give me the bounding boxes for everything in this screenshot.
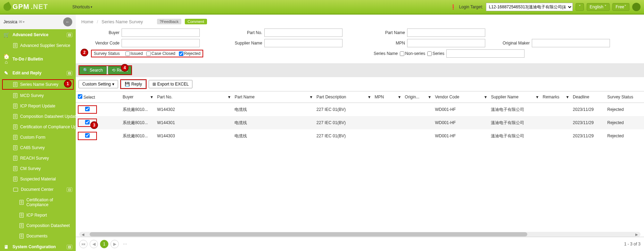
document-icon bbox=[19, 200, 24, 205]
pager-next-button[interactable]: ▶ bbox=[110, 240, 119, 248]
cell-mpn bbox=[373, 116, 403, 129]
export-excel-button[interactable]: ⊞Export to EXCEL bbox=[149, 80, 193, 88]
sidebar-item-ca65[interactable]: CA65 Survey bbox=[0, 143, 76, 153]
partname-input[interactable] bbox=[407, 29, 485, 37]
comment-button[interactable]: Comment bbox=[185, 19, 207, 24]
filter-icon[interactable]: ▼ bbox=[150, 95, 154, 99]
cell-partdesc: 227 IEC 01(BV) bbox=[314, 116, 372, 129]
select-all-checkbox[interactable] bbox=[78, 94, 82, 99]
col-origin[interactable]: Origin...▼ bbox=[403, 91, 433, 103]
sidebar-section-system[interactable]: 🖥 System Configuration ⊟ bbox=[0, 241, 76, 251]
table-row[interactable]: 系统廠8010...W144302电缆线227 IEC 01(BV)WD001-… bbox=[76, 103, 644, 116]
col-remarks[interactable]: Remarks▼ bbox=[540, 91, 571, 103]
table-row[interactable]: 系统廠8010...W144301电缆线227 IEC 01(BV)WD001-… bbox=[76, 116, 644, 129]
partno-label: Part No. bbox=[224, 30, 262, 35]
scroll-thumb[interactable] bbox=[90, 232, 527, 236]
vendorcode-input[interactable] bbox=[122, 39, 200, 47]
collapse-icon: ⊟ bbox=[67, 187, 72, 192]
col-partdesc[interactable]: Part Description▼ bbox=[314, 91, 372, 103]
filter-icon[interactable]: ▼ bbox=[565, 95, 569, 99]
pager-prev-button[interactable]: ◀ bbox=[90, 240, 98, 248]
col-suppliername[interactable]: Supplier Name▼ bbox=[489, 91, 540, 103]
results-grid: Select Buyer▼ Part No.▼ Part Name▼ Part … bbox=[76, 91, 644, 230]
globe-icon[interactable] bbox=[632, 3, 641, 11]
col-buyer[interactable]: Buyer▼ bbox=[121, 91, 155, 103]
row-checkbox[interactable] bbox=[85, 120, 90, 124]
sidebar-item-mcd[interactable]: MCD Survey bbox=[0, 90, 76, 101]
filter-icon[interactable]: ▼ bbox=[484, 95, 488, 99]
col-partname[interactable]: Part Name▼ bbox=[232, 91, 314, 103]
search-button[interactable]: 🔍Search bbox=[79, 66, 107, 74]
series-input[interactable] bbox=[446, 49, 525, 58]
filter-icon[interactable]: ▼ bbox=[428, 95, 431, 99]
envelope-icon[interactable] bbox=[19, 19, 22, 24]
sidebar-item-custom-form[interactable]: Custom Form bbox=[0, 132, 76, 143]
sidebar-item-documents[interactable]: Documents bbox=[0, 231, 76, 241]
caseclosed-checkbox[interactable] bbox=[146, 51, 151, 56]
col-mpn[interactable]: MPN▼ bbox=[373, 91, 403, 103]
series-checkbox[interactable] bbox=[427, 51, 432, 56]
user-row: Jessica ▾ ← bbox=[0, 15, 76, 29]
breadcrumb-home[interactable]: Home bbox=[81, 19, 93, 24]
shortcuts-menu[interactable]: Shortcuts ▾ bbox=[72, 5, 92, 9]
dropdown-caret-button[interactable]: ˅ bbox=[576, 3, 584, 11]
suppliername-input[interactable] bbox=[264, 39, 342, 47]
login-target-select[interactable]: L12-1688725465313|溫迪电子有限公司(融... bbox=[486, 3, 573, 11]
col-deadline[interactable]: Deadline bbox=[571, 91, 605, 103]
col-vendorcode[interactable]: Vendor Code▼ bbox=[433, 91, 489, 103]
feedback-button[interactable]: ?Feedback bbox=[157, 19, 181, 24]
table-row[interactable]: 系统廠8010...W144303电缆线227 IEC 01(BV)WD001-… bbox=[76, 129, 644, 143]
custom-setting-button[interactable]: Custom Setting▾ bbox=[79, 80, 118, 88]
sidebar-item-advanced-supplier[interactable]: Advanced Supplier Service bbox=[0, 40, 76, 51]
free-button[interactable]: Free˅ bbox=[612, 3, 629, 11]
filter-icon[interactable]: ▼ bbox=[535, 95, 539, 99]
cell-partno: W144302 bbox=[155, 103, 232, 116]
pager-first-button[interactable]: ⏮ bbox=[79, 240, 88, 248]
col-partno[interactable]: Part No.▼ bbox=[155, 91, 232, 103]
row-checkbox[interactable] bbox=[85, 133, 90, 138]
filter-icon[interactable]: ▼ bbox=[309, 95, 313, 99]
sidebar-item-cert-update[interactable]: Certification of Compliance Update bbox=[0, 122, 76, 132]
sidebar-item-cert-compliance[interactable]: Certification of Compliance bbox=[0, 195, 76, 210]
chevron-down-icon[interactable]: ▾ bbox=[23, 20, 25, 24]
scroll-right-icon[interactable]: ▶ bbox=[634, 232, 639, 237]
sidebar-item-reach[interactable]: REACH Survey bbox=[0, 153, 76, 163]
reply-wrapper: 💾Reply bbox=[120, 79, 147, 89]
collapse-sidebar-button[interactable]: ← bbox=[63, 17, 72, 26]
sidebar-item-doc-center[interactable]: Document Center ⊟ bbox=[0, 184, 76, 195]
language-button[interactable]: English ˅ bbox=[587, 3, 610, 11]
horizontal-scrollbar[interactable]: ◀ ▶ bbox=[79, 232, 641, 237]
sidebar-item-icp-report[interactable]: ICP Report bbox=[0, 210, 76, 220]
sidebar-section-advanced[interactable]: 🛒 Advanced Service ⊟ bbox=[0, 29, 76, 40]
sidebar-item-cm[interactable]: CM Survey bbox=[0, 163, 76, 174]
filter-icon[interactable]: ▼ bbox=[397, 95, 401, 99]
sidebar-item-composition-ds[interactable]: Composition Datasheet bbox=[0, 220, 76, 231]
document-icon bbox=[13, 135, 17, 140]
document-icon bbox=[13, 82, 17, 87]
suppliername-label: Supplier Name bbox=[224, 41, 262, 46]
partno-input[interactable] bbox=[264, 29, 342, 37]
pager-more-button[interactable]: ⋯ bbox=[121, 240, 129, 248]
issued-checkbox[interactable] bbox=[125, 51, 130, 56]
login-target-label: Login Target: bbox=[459, 5, 483, 9]
nonseries-checkbox[interactable] bbox=[400, 51, 404, 56]
rejected-checkbox[interactable] bbox=[179, 51, 183, 56]
sidebar-item-series-name-survey[interactable]: Series Name Survey bbox=[2, 79, 74, 90]
buyer-input[interactable] bbox=[122, 29, 200, 37]
pager-page-current[interactable]: 1 bbox=[100, 240, 108, 248]
originalmaker-input[interactable] bbox=[532, 39, 610, 47]
sidebar-item-suspected[interactable]: Suspected Material bbox=[0, 174, 76, 184]
filter-icon[interactable]: ▼ bbox=[228, 95, 231, 99]
mpn-input[interactable] bbox=[407, 39, 485, 47]
sidebar-section-todo[interactable]: ⌂ To-Do / Bulletin bbox=[0, 51, 76, 67]
step-badge-4: 4 bbox=[121, 64, 129, 72]
top-bar: GPM.NET Shortcuts ▾ ❗ Login Target: L12-… bbox=[0, 0, 644, 15]
col-surveystatus[interactable]: Survey Status bbox=[605, 91, 644, 103]
sidebar-section-edit[interactable]: ✎ Edit and Reply ⊟ bbox=[0, 67, 76, 79]
row-checkbox[interactable] bbox=[85, 107, 90, 111]
sidebar-item-icp-update[interactable]: ICP Report Update bbox=[0, 101, 76, 111]
reply-button[interactable]: 💾Reply bbox=[121, 80, 146, 88]
scroll-left-icon[interactable]: ◀ bbox=[81, 232, 85, 237]
sidebar-item-composition-update[interactable]: Composition Datasheet Update bbox=[0, 111, 76, 122]
filter-icon[interactable]: ▼ bbox=[368, 95, 371, 99]
